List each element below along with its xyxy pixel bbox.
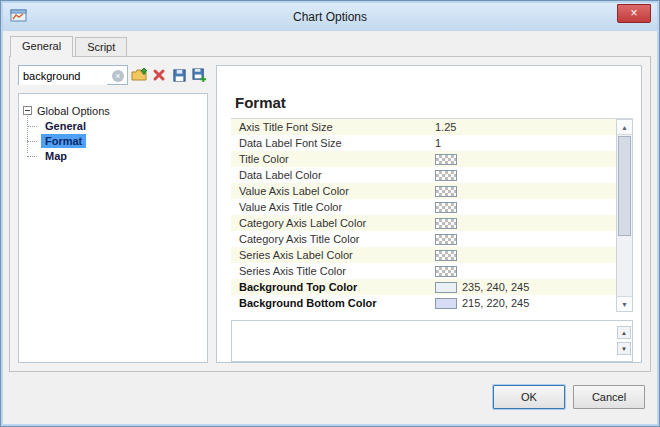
- property-label: Data Label Color: [231, 169, 431, 181]
- tree-node-format[interactable]: Format: [35, 133, 203, 148]
- collapse-icon[interactable]: [23, 106, 32, 115]
- color-swatch[interactable]: [435, 234, 457, 245]
- save-as-icon[interactable]: [190, 66, 208, 84]
- description-scroller: ▲ ▼: [617, 326, 631, 355]
- window-title: Chart Options: [3, 10, 657, 24]
- page-title: Format: [235, 94, 286, 111]
- color-swatch[interactable]: [435, 266, 457, 277]
- property-label: Series Axis Label Color: [231, 249, 431, 261]
- tab-page-general: ×: [9, 56, 651, 372]
- property-label: Axis Title Font Size: [231, 121, 431, 133]
- tab-general[interactable]: General: [10, 36, 73, 57]
- property-row[interactable]: Title Color: [231, 151, 616, 167]
- property-row[interactable]: Background Bottom Color215, 220, 245: [231, 295, 616, 311]
- search-input[interactable]: [19, 67, 107, 85]
- property-value[interactable]: 1: [431, 137, 616, 149]
- property-row[interactable]: Value Axis Title Color: [231, 199, 616, 215]
- chart-options-dialog: Chart Options × General Script ×: [0, 0, 660, 427]
- property-value[interactable]: [431, 170, 616, 181]
- scroll-down-icon[interactable]: ▼: [617, 296, 632, 311]
- value-text: 1.25: [435, 121, 456, 133]
- property-row[interactable]: Category Axis Title Color: [231, 231, 616, 247]
- property-value[interactable]: [431, 154, 616, 165]
- tab-bar: General Script: [10, 37, 129, 57]
- property-label: Data Label Font Size: [231, 137, 431, 149]
- property-value[interactable]: [431, 202, 616, 213]
- value-text: 1: [435, 137, 441, 149]
- clear-search-icon[interactable]: ×: [112, 70, 124, 82]
- tree-node-global-options[interactable]: Global Options: [23, 103, 203, 118]
- color-swatch[interactable]: [435, 250, 457, 261]
- spin-down-icon[interactable]: ▼: [617, 342, 631, 355]
- search-box: ×: [18, 65, 128, 85]
- color-swatch[interactable]: [435, 298, 457, 309]
- search-toolbar: ×: [18, 65, 208, 85]
- tree-node-map[interactable]: Map: [35, 148, 203, 163]
- open-icon[interactable]: [130, 66, 148, 84]
- property-value[interactable]: [431, 234, 616, 245]
- value-text: 235, 240, 245: [462, 281, 529, 293]
- property-value[interactable]: [431, 250, 616, 261]
- property-value[interactable]: [431, 266, 616, 277]
- property-row[interactable]: Series Axis Label Color: [231, 247, 616, 263]
- save-icon[interactable]: [170, 66, 188, 84]
- property-value[interactable]: 235, 240, 245: [431, 281, 616, 293]
- property-row[interactable]: Value Axis Label Color: [231, 183, 616, 199]
- title-bar[interactable]: Chart Options ×: [3, 3, 657, 31]
- property-label: Category Axis Label Color: [231, 217, 431, 229]
- tree-root-label: Global Options: [37, 105, 110, 117]
- scrollbar[interactable]: ▲ ▼: [616, 119, 633, 312]
- close-button[interactable]: ×: [617, 4, 651, 23]
- property-label: Background Bottom Color: [231, 297, 431, 309]
- color-swatch[interactable]: [435, 218, 457, 229]
- property-value[interactable]: [431, 218, 616, 229]
- property-row[interactable]: Series Axis Title Color: [231, 263, 616, 279]
- property-row[interactable]: Data Label Font Size1: [231, 135, 616, 151]
- tree-node-general[interactable]: General: [35, 118, 203, 133]
- property-label: Value Axis Title Color: [231, 201, 431, 213]
- property-label: Series Axis Title Color: [231, 265, 431, 277]
- color-swatch[interactable]: [435, 186, 457, 197]
- property-label: Title Color: [231, 153, 431, 165]
- value-text: 215, 220, 245: [462, 297, 529, 309]
- property-value[interactable]: [431, 186, 616, 197]
- format-panel: Format Axis Title Font Size1.25Data Labe…: [216, 65, 642, 363]
- ok-button[interactable]: OK: [493, 385, 565, 409]
- color-swatch[interactable]: [435, 202, 457, 213]
- options-tree: Global Options General Format Map: [18, 93, 208, 363]
- property-row[interactable]: Background Top Color235, 240, 245: [231, 279, 616, 295]
- property-value[interactable]: 215, 220, 245: [431, 297, 616, 309]
- property-grid-wrap: Axis Title Font Size1.25Data Label Font …: [231, 118, 633, 312]
- spin-up-icon[interactable]: ▲: [617, 326, 631, 339]
- property-label: Background Top Color: [231, 281, 431, 293]
- tab-script[interactable]: Script: [75, 37, 127, 56]
- delete-icon[interactable]: [150, 66, 168, 84]
- tree-children: General Format Map: [35, 118, 203, 163]
- property-grid: Axis Title Font Size1.25Data Label Font …: [231, 119, 616, 312]
- property-row[interactable]: Axis Title Font Size1.25: [231, 119, 616, 135]
- property-value[interactable]: 1.25: [431, 121, 616, 133]
- scrollbar-thumb[interactable]: [618, 136, 631, 236]
- color-swatch[interactable]: [435, 170, 457, 181]
- color-swatch[interactable]: [435, 154, 457, 165]
- cancel-button[interactable]: Cancel: [573, 385, 645, 409]
- left-column: ×: [18, 65, 208, 363]
- property-label: Category Axis Title Color: [231, 233, 431, 245]
- description-panel: ▲ ▼: [231, 320, 633, 362]
- color-swatch[interactable]: [435, 282, 457, 293]
- scroll-up-icon[interactable]: ▲: [617, 120, 632, 135]
- property-row[interactable]: Category Axis Label Color: [231, 215, 616, 231]
- property-row[interactable]: Data Label Color: [231, 167, 616, 183]
- property-label: Value Axis Label Color: [231, 185, 431, 197]
